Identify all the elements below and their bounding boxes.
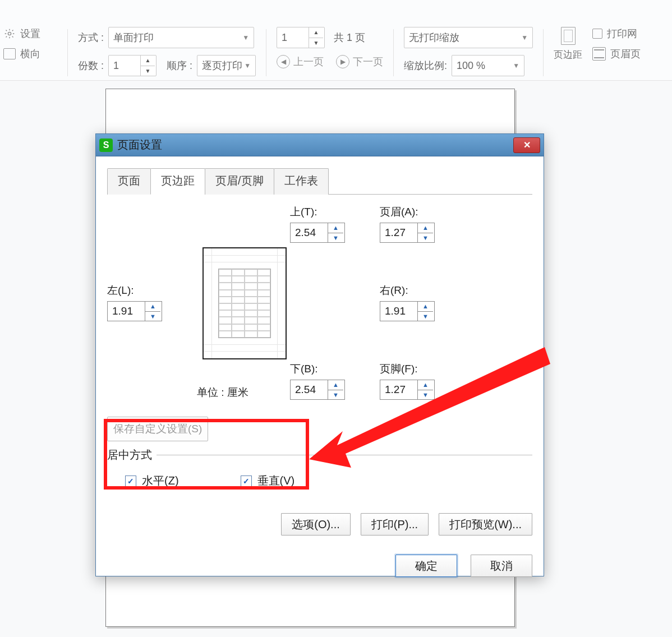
tb-group-mode: 方式 : 单面打印 ▼ 份数 : ▲▼ 顺序 : 逐页打印 ▼ bbox=[78, 3, 256, 76]
spin-buttons[interactable]: ▲▼ bbox=[417, 302, 433, 321]
settings-button[interactable]: 设置 bbox=[3, 27, 57, 40]
spin-buttons[interactable]: ▲▼ bbox=[417, 380, 433, 399]
zoom-mode-value: 无打印缩放 bbox=[409, 31, 459, 44]
dialog-titlebar[interactable]: S 页面设置 ✕ bbox=[96, 134, 544, 156]
settings-label: 设置 bbox=[20, 27, 40, 40]
margin-right-field: 右(R): ▲▼ bbox=[380, 283, 470, 321]
copies-input[interactable] bbox=[109, 60, 140, 72]
print-order-select[interactable]: 逐页打印 ▼ bbox=[197, 55, 256, 76]
ok-button[interactable]: 确定 bbox=[395, 555, 457, 577]
copies-label: 份数 : bbox=[78, 59, 104, 72]
save-custom-settings-button[interactable]: 保存自定义设置(S) bbox=[107, 417, 208, 441]
print-grid-checkbox[interactable]: 打印网 bbox=[592, 27, 641, 40]
print-button[interactable]: 打印(P)... bbox=[361, 513, 429, 536]
margins-button[interactable]: 页边距 bbox=[554, 27, 582, 61]
spin-buttons[interactable]: ▲▼ bbox=[417, 223, 433, 242]
cancel-button[interactable]: 取消 bbox=[471, 555, 532, 577]
margin-bottom-value[interactable] bbox=[291, 384, 328, 396]
caret-down-icon: ▼ bbox=[244, 62, 251, 70]
dialog-action-buttons: 选项(O)... 打印(P)... 打印预览(W)... bbox=[107, 513, 532, 536]
margin-top-value[interactable] bbox=[291, 227, 328, 239]
tab-sheet[interactable]: 工作表 bbox=[274, 168, 329, 195]
prev-label: 上一页 bbox=[293, 55, 324, 68]
caret-down-icon: ▼ bbox=[513, 62, 519, 70]
margin-left-input[interactable]: ▲▼ bbox=[107, 301, 162, 321]
margins-label: 页边距 bbox=[554, 48, 582, 61]
tb-group-margins: 页边距 bbox=[554, 3, 582, 61]
margin-left-value[interactable] bbox=[108, 305, 145, 317]
header-value[interactable] bbox=[380, 227, 417, 239]
close-button[interactable]: ✕ bbox=[513, 137, 540, 153]
options-button[interactable]: 选项(O)... bbox=[281, 513, 351, 536]
next-page-button[interactable]: ▶ 下一页 bbox=[336, 55, 383, 68]
next-label: 下一页 bbox=[353, 55, 383, 68]
arrow-right-icon: ▶ bbox=[336, 55, 349, 68]
margin-left-label: 左(L): bbox=[107, 283, 202, 298]
spin-buttons[interactable]: ▲▼ bbox=[328, 223, 343, 242]
print-mode-value: 单面打印 bbox=[113, 31, 154, 44]
margin-top-field: 上(T): ▲▼ bbox=[290, 205, 380, 243]
print-preview-button[interactable]: 打印预览(W)... bbox=[439, 513, 532, 536]
margin-bottom-label: 下(B): bbox=[290, 362, 380, 376]
header-label: 页眉(A): bbox=[380, 205, 470, 219]
print-grid-label: 打印网 bbox=[607, 27, 637, 40]
footer-distance-field: 页脚(F): ▲▼ bbox=[380, 362, 470, 400]
spin-buttons[interactable]: ▲▼ bbox=[309, 27, 323, 48]
center-horizontal-checkbox[interactable]: ✓ 水平(Z) bbox=[125, 473, 179, 488]
zoom-mode-select[interactable]: 无打印缩放 ▼ bbox=[404, 27, 533, 48]
copies-spinner[interactable]: ▲▼ bbox=[108, 55, 157, 76]
spin-buttons[interactable]: ▲▼ bbox=[140, 56, 155, 76]
margin-left-field: 左(L): ▲▼ bbox=[107, 283, 202, 321]
orientation-icon bbox=[3, 48, 16, 60]
footer-value[interactable] bbox=[380, 384, 417, 396]
footer-label: 页脚(F): bbox=[380, 362, 470, 376]
dialog-tabs: 页面 页边距 页眉/页脚 工作表 bbox=[107, 168, 532, 195]
center-vertical-checkbox[interactable]: ✓ 垂直(V) bbox=[241, 473, 295, 488]
cancel-label: 取消 bbox=[490, 560, 513, 572]
dialog-okcancel: 确定 取消 bbox=[107, 555, 532, 577]
zoom-ratio-label: 缩放比例: bbox=[404, 59, 447, 72]
dialog-title: 页面设置 bbox=[117, 137, 162, 153]
separator bbox=[266, 29, 266, 76]
margin-right-value[interactable] bbox=[380, 305, 417, 317]
footer-input[interactable]: ▲▼ bbox=[380, 380, 435, 400]
tab-label: 页眉/页脚 bbox=[215, 174, 264, 187]
tab-label: 页边距 bbox=[161, 174, 195, 187]
margin-bottom-field: 下(B): ▲▼ bbox=[290, 362, 380, 400]
tab-margins[interactable]: 页边距 bbox=[150, 168, 205, 195]
header-input[interactable]: ▲▼ bbox=[380, 223, 435, 243]
page-spinner[interactable]: ▲▼ bbox=[277, 27, 325, 48]
separator bbox=[67, 29, 68, 76]
page-input[interactable] bbox=[277, 32, 309, 44]
margin-top-label: 上(T): bbox=[290, 205, 380, 219]
tb-group-pages: ▲▼ 共 1 页 ◀ 上一页 ▶ 下一页 bbox=[277, 3, 383, 68]
zoom-ratio-value: 100 % bbox=[457, 60, 485, 72]
tab-header-footer[interactable]: 页眉/页脚 bbox=[205, 168, 274, 195]
tab-page[interactable]: 页面 bbox=[107, 168, 151, 195]
arrow-left-icon: ◀ bbox=[277, 55, 290, 68]
orientation-button[interactable]: 横向 bbox=[3, 47, 57, 61]
print-toolbar: 设置 横向 方式 : 单面打印 ▼ 份数 : ▲▼ 顺序 : 逐页打印 ▼ bbox=[0, 0, 672, 81]
margin-bottom-input[interactable]: ▲▼ bbox=[290, 380, 345, 400]
margin-right-input[interactable]: ▲▼ bbox=[380, 301, 435, 321]
tb-group-zoom: 无打印缩放 ▼ 缩放比例: 100 % ▼ bbox=[404, 3, 533, 76]
print-label: 打印(P)... bbox=[371, 518, 418, 530]
center-vertical-label: 垂直(V) bbox=[257, 473, 295, 488]
app-icon: S bbox=[99, 139, 113, 152]
prev-page-button[interactable]: ◀ 上一页 bbox=[277, 55, 324, 68]
dialog-body: 页面 页边距 页眉/页脚 工作表 上(T): ▲▼ 页眉(A): ▲▼ bbox=[96, 156, 544, 586]
spin-buttons[interactable]: ▲▼ bbox=[145, 302, 160, 321]
total-pages-label: 共 1 页 bbox=[334, 31, 365, 44]
print-mode-select[interactable]: 单面打印 ▼ bbox=[108, 27, 254, 48]
tab-label: 页面 bbox=[118, 174, 140, 187]
spin-buttons[interactable]: ▲▼ bbox=[328, 380, 343, 399]
caret-down-icon: ▼ bbox=[242, 34, 249, 41]
checkbox-checked-icon: ✓ bbox=[125, 476, 136, 487]
margin-top-input[interactable]: ▲▼ bbox=[290, 223, 345, 243]
tab-label: 工作表 bbox=[284, 174, 318, 187]
zoom-ratio-select[interactable]: 100 % ▼ bbox=[452, 55, 524, 76]
separator bbox=[543, 29, 544, 76]
preview-label: 打印预览(W)... bbox=[449, 518, 522, 530]
header-footer-button[interactable]: 页眉页 bbox=[592, 47, 641, 61]
header-footer-icon bbox=[592, 47, 606, 61]
